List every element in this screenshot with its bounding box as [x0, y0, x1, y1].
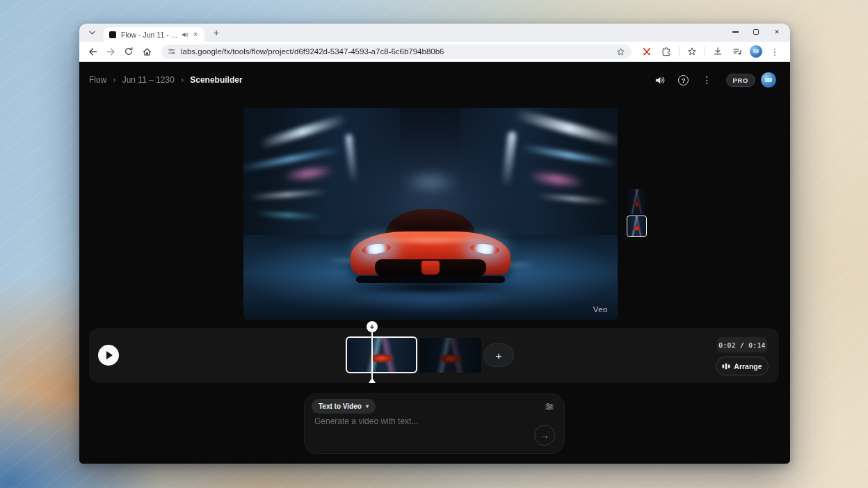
- forward-arrow-icon: [106, 47, 116, 57]
- flow-favicon-icon: [109, 31, 116, 38]
- maximize-icon: [753, 29, 759, 35]
- window-controls: ×: [725, 24, 787, 40]
- tab-search-button[interactable]: [86, 26, 98, 39]
- shot-thumbnail-1[interactable]: [627, 189, 646, 214]
- generation-settings-button[interactable]: [542, 400, 556, 414]
- timeline-clip-1-selected[interactable]: [346, 336, 417, 373]
- arrange-icon: [722, 363, 730, 370]
- question-icon: ?: [678, 75, 689, 86]
- shot-thumbnail-2-selected[interactable]: [627, 215, 647, 237]
- account-avatar[interactable]: [761, 72, 776, 88]
- breadcrumb-separator: ›: [113, 74, 115, 85]
- breadcrumb-project[interactable]: Jun 11 – 1230: [122, 75, 175, 85]
- browser-toolbar: labs.google/fx/tools/flow/project/d6f924…: [79, 42, 790, 62]
- window-close-button[interactable]: ×: [766, 24, 787, 40]
- address-bar[interactable]: labs.google/fx/tools/flow/project/d6f924…: [161, 44, 632, 59]
- browser-profile-avatar[interactable]: [750, 45, 762, 58]
- home-button[interactable]: [139, 44, 154, 59]
- breadcrumb-current-page: Scenebuilder: [190, 75, 242, 85]
- prompt-box: Text to Video ▾ →: [304, 393, 565, 454]
- browser-menu-button[interactable]: ⋮: [767, 44, 782, 59]
- time-display: 0:02 / 0:14: [717, 337, 767, 352]
- chevron-down-icon: ▾: [366, 403, 369, 409]
- playhead[interactable]: +: [367, 321, 378, 387]
- mute-audio-button[interactable]: [651, 71, 669, 89]
- back-arrow-icon: [88, 47, 98, 57]
- play-button[interactable]: [98, 345, 119, 366]
- pro-badge[interactable]: PRO: [726, 74, 755, 87]
- home-icon: [142, 47, 152, 57]
- mode-label: Text to Video: [319, 402, 362, 410]
- car-grille-center: [421, 261, 440, 275]
- car-shadow: [342, 282, 519, 294]
- minimize-icon: [732, 31, 739, 32]
- window-minimize-button[interactable]: [725, 24, 746, 40]
- tab-audio-icon[interactable]: [182, 31, 188, 38]
- window-maximize-button[interactable]: [746, 24, 766, 40]
- breadcrumb-flow[interactable]: Flow: [89, 75, 106, 85]
- video-preview[interactable]: Veo: [243, 108, 618, 320]
- add-clip-button[interactable]: +: [483, 343, 514, 367]
- browser-tab[interactable]: Flow - Jun 11 - 1230 ×: [104, 27, 204, 42]
- playhead-line: [371, 331, 373, 378]
- toolbar-separator: [679, 47, 680, 56]
- video-car: [351, 209, 511, 295]
- tab-strip: Flow - Jun 11 - 1230 × + ×: [79, 24, 790, 42]
- site-settings-icon[interactable]: [168, 47, 176, 56]
- breadcrumb-separator: ›: [181, 74, 184, 85]
- bookmark-star-icon[interactable]: [616, 47, 625, 56]
- media-controls-icon[interactable]: [730, 44, 745, 59]
- new-tab-button[interactable]: +: [209, 26, 223, 40]
- timeline-clip-2[interactable]: [419, 338, 481, 373]
- reload-icon: [124, 47, 134, 56]
- flow-app-page: Flow › Jun 11 – 1230 › Scenebuilder ? ⋮ …: [79, 63, 790, 464]
- downloads-icon[interactable]: [710, 44, 725, 59]
- tab-close-button[interactable]: ×: [191, 30, 200, 40]
- app-menu-button[interactable]: ⋮: [698, 71, 716, 89]
- toolbar-separator: [705, 47, 705, 56]
- tab-title: Flow - Jun 11 - 1230: [121, 31, 179, 39]
- side-panel-star-icon[interactable]: [684, 44, 700, 59]
- arrange-label: Arrange: [734, 362, 762, 371]
- back-button[interactable]: [85, 44, 100, 59]
- breadcrumb: Flow › Jun 11 – 1230 › Scenebuilder: [89, 74, 243, 85]
- neon-streak: [402, 172, 459, 193]
- arrange-button[interactable]: Arrange: [716, 357, 769, 375]
- app-header-actions: ? ⋮ PRO: [651, 71, 776, 89]
- url-text: labs.google/fx/tools/flow/project/d6f924…: [181, 47, 612, 56]
- extensions-puzzle-icon[interactable]: [659, 44, 674, 59]
- timeline-bar: + 0:02 / 0:14 Arrange: [89, 328, 779, 383]
- generate-submit-button[interactable]: →: [534, 425, 555, 446]
- playhead-handle[interactable]: [369, 377, 376, 383]
- car-splitter: [356, 276, 505, 283]
- video-scene: [243, 108, 618, 320]
- browser-window: Flow - Jun 11 - 1230 × + ×: [79, 24, 790, 464]
- chevron-down-icon: [89, 31, 95, 35]
- veo-watermark: Veo: [593, 305, 608, 314]
- prompt-input[interactable]: [314, 416, 544, 444]
- mode-dropdown[interactable]: Text to Video ▾: [312, 399, 376, 414]
- tune-icon: [545, 402, 554, 412]
- reload-button[interactable]: [121, 44, 136, 59]
- extension-red-icon[interactable]: [639, 44, 654, 59]
- forward-button[interactable]: [103, 44, 118, 59]
- speaker-icon: [654, 75, 665, 86]
- help-button[interactable]: ?: [675, 71, 693, 89]
